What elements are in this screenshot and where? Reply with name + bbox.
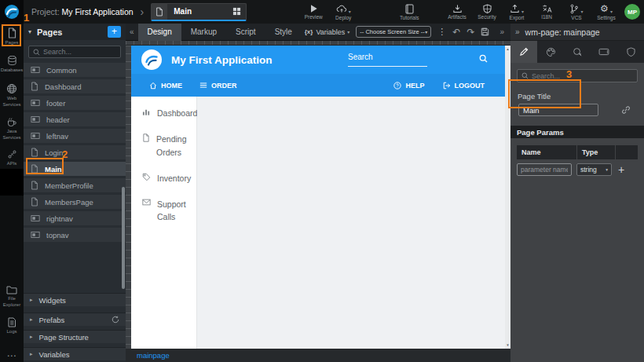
properties-search-input[interactable]: [532, 72, 633, 80]
page-list-item[interactable]: topnav: [24, 228, 126, 242]
rail-more-button[interactable]: ⋯: [0, 350, 24, 361]
param-name-input[interactable]: [517, 163, 572, 176]
chevron-right-icon: ▸: [30, 334, 33, 340]
sidenav-item-pending-orders[interactable]: Pending Orders: [131, 133, 196, 159]
screen-size-select[interactable]: -- Choose Screen Size -- ▾: [356, 26, 431, 38]
tab-device[interactable]: [591, 41, 617, 63]
tab-conditions[interactable]: [564, 41, 591, 63]
i18n-button[interactable]: I18N: [536, 4, 557, 20]
rail-item-java-services[interactable]: Java Services: [0, 117, 24, 141]
top-bar-right-actions: Artifacts Security ▾ Export I18N: [437, 4, 644, 20]
rail-item-web-services[interactable]: Web Services: [0, 83, 24, 108]
app-content-area[interactable]: [197, 97, 505, 349]
statusbar-page-link[interactable]: mainpage: [137, 351, 170, 360]
add-param-button[interactable]: +: [618, 164, 624, 175]
partial-icon: [31, 132, 40, 140]
section-variables[interactable]: ▸ Variables: [24, 347, 126, 360]
column-header-name: Name: [517, 145, 576, 159]
search-icon[interactable]: [479, 54, 488, 63]
security-button[interactable]: Security: [477, 4, 497, 20]
rail-item-pages[interactable]: Pages: [0, 27, 24, 46]
nav-item-home[interactable]: HOME: [149, 82, 182, 90]
pages-search-input[interactable]: [43, 48, 116, 56]
rail-item-apis[interactable]: APIs: [0, 149, 24, 167]
page-list-item[interactable]: Dashboard: [24, 79, 126, 93]
page-list-item[interactable]: MembersPage: [24, 195, 126, 209]
user-avatar[interactable]: MP: [624, 4, 640, 20]
ellipsis-icon: ⋯: [7, 350, 17, 361]
vcs-button[interactable]: ▾ VCS: [566, 4, 587, 20]
shield-outline-icon: [627, 47, 635, 57]
collapse-right-panel-icon[interactable]: »: [496, 27, 508, 36]
partial-icon: [31, 214, 40, 222]
deploy-button[interactable]: ▾ Deploy: [333, 4, 353, 20]
variables-dropdown[interactable]: {x} Variables ▾: [305, 28, 350, 36]
settings-button[interactable]: ⚙ ▾ Settings: [596, 4, 617, 20]
artifacts-button[interactable]: Artifacts: [447, 4, 467, 20]
sidenav-item-inventory[interactable]: Inventory: [131, 172, 196, 185]
tab-script[interactable]: Script: [226, 24, 265, 41]
page-list-item[interactable]: leftnav: [24, 129, 126, 143]
tab-properties[interactable]: [510, 41, 537, 63]
page-list-item[interactable]: Common: [24, 63, 126, 77]
pencil-icon: [519, 47, 529, 57]
device-icon: [598, 48, 609, 56]
canvas-scrollbar[interactable]: ▲ ▼: [505, 46, 510, 349]
sidenav-item-support-calls[interactable]: Support Calls: [131, 198, 196, 224]
wavemaker-logo[interactable]: [0, 0, 24, 24]
app-search-input[interactable]: Search: [348, 53, 427, 67]
param-type-select[interactable]: string ▾: [576, 163, 612, 176]
tab-design[interactable]: Design: [138, 24, 181, 41]
nav-item-order[interactable]: ORDER: [199, 82, 237, 90]
more-options-icon[interactable]: ⋮: [437, 27, 446, 37]
export-button[interactable]: ▾ Export: [507, 4, 527, 20]
section-prefabs[interactable]: ▸ Prefabs: [24, 313, 126, 326]
page-list-item-selected[interactable]: Main: [24, 162, 126, 176]
collapse-left-panel-icon[interactable]: «: [126, 27, 138, 36]
rail-item-logs[interactable]: Logs: [0, 317, 24, 335]
scroll-down-icon[interactable]: ▼: [506, 343, 509, 347]
column-header-blank: [616, 145, 638, 159]
page-list-item[interactable]: footer: [24, 96, 126, 110]
coffee-cup-icon: [6, 117, 17, 127]
open-page-tab[interactable]: Main: [151, 3, 247, 21]
bind-link-icon[interactable]: [621, 105, 631, 115]
tutorials-button[interactable]: Tutorials: [399, 4, 419, 20]
rail-item-databases[interactable]: Databases: [0, 55, 24, 74]
caret-down-icon: ▾: [580, 9, 583, 14]
refresh-icon[interactable]: [112, 316, 119, 324]
undo-icon[interactable]: ↶: [452, 27, 460, 38]
top-bar: Project: My First Application › Main Pre…: [0, 0, 644, 24]
preview-button[interactable]: Preview: [303, 4, 324, 20]
tab-style[interactable]: Style: [265, 24, 302, 41]
page-list-item[interactable]: Login: [24, 145, 126, 159]
page-list-item[interactable]: MemberProfile: [24, 178, 126, 192]
tab-security[interactable]: [617, 41, 644, 63]
save-icon[interactable]: [481, 27, 489, 36]
pages-panel-header: ▾ Pages +: [24, 24, 126, 40]
collapse-right-icon[interactable]: »: [515, 27, 520, 36]
sidenav-item-dashboard[interactable]: Dashboard: [131, 107, 196, 119]
redo-icon[interactable]: ↷: [467, 27, 474, 38]
nav-item-help[interactable]: HELP: [393, 82, 424, 90]
pages-scrollbar-thumb[interactable]: [122, 187, 125, 289]
chevron-right-icon: ▸: [30, 297, 33, 303]
app-header[interactable]: My First Application Search: [131, 46, 505, 74]
page-title-input[interactable]: [518, 104, 598, 116]
grid-icon[interactable]: [232, 7, 241, 16]
tab-markup[interactable]: Markup: [181, 24, 226, 41]
canvas-toolbar: « Design Markup Script Style {x} Variabl…: [126, 24, 510, 41]
add-page-button[interactable]: +: [108, 26, 121, 38]
page-tab-label: Main: [167, 7, 232, 16]
document-icon: [7, 317, 16, 327]
nav-item-logout[interactable]: LOGOUT: [443, 82, 485, 90]
tab-styles[interactable]: [537, 41, 564, 63]
rail-item-file-explorer[interactable]: File Explorer: [0, 285, 24, 309]
section-widgets[interactable]: ▸ Widgets: [24, 293, 126, 306]
scroll-up-icon[interactable]: ▲: [506, 47, 509, 51]
upload-tray-icon: [510, 4, 520, 13]
page-list-item[interactable]: rightnav: [24, 211, 126, 225]
chevron-down-icon[interactable]: ▾: [28, 28, 31, 35]
page-list-item[interactable]: header: [24, 112, 126, 126]
section-page-structure[interactable]: ▸ Page Structure: [24, 330, 126, 343]
